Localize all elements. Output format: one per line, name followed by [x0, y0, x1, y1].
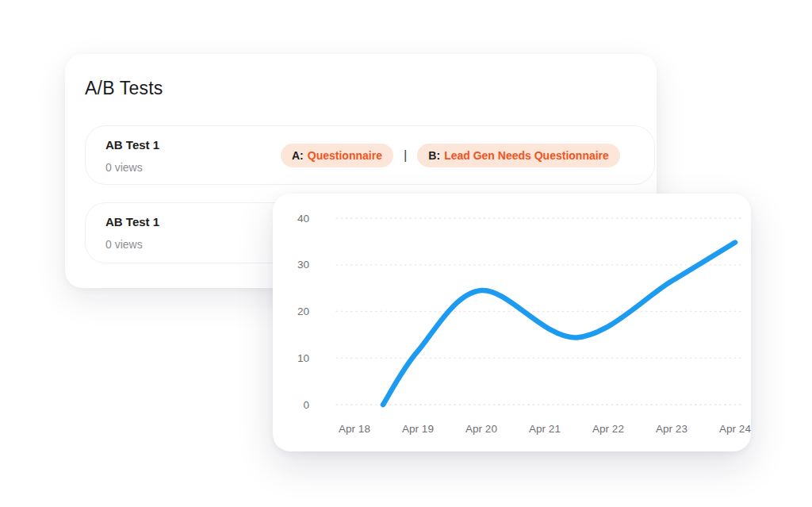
page-title: A/B Tests — [85, 78, 163, 99]
variant-divider: | — [404, 148, 407, 162]
views-line-chart: 010203040Apr 18Apr 19Apr 20Apr 21Apr 22A… — [273, 194, 751, 451]
x-tick-label: Apr 22 — [592, 423, 624, 435]
views-line-chart-svg: 010203040Apr 18Apr 19Apr 20Apr 21Apr 22A… — [273, 194, 751, 451]
ab-test-row[interactable]: AB Test 1 0 views A: Questionnaire | B: … — [85, 125, 655, 185]
variant-b-value: Lead Gen Needs Questionnaire — [444, 149, 609, 162]
variant-a-badge[interactable]: A: Questionnaire — [281, 144, 393, 167]
x-tick-label: Apr 21 — [529, 423, 561, 435]
x-tick-label: Apr 20 — [465, 423, 497, 435]
y-tick-label: 20 — [297, 305, 309, 317]
y-tick-label: 30 — [297, 259, 309, 271]
x-tick-label: Apr 18 — [339, 423, 370, 435]
variant-badges: A: Questionnaire | B: Lead Gen Needs Que… — [281, 144, 620, 167]
variant-a-value: Questionnaire — [308, 149, 382, 162]
x-tick-label: Apr 23 — [656, 423, 688, 435]
views-count: 0 views — [105, 161, 143, 174]
y-tick-label: 10 — [297, 352, 309, 364]
ab-test-name: AB Test 1 — [105, 215, 159, 229]
variant-b-badge[interactable]: B: Lead Gen Needs Questionnaire — [417, 144, 620, 167]
variant-a-key: A: — [292, 149, 304, 162]
x-tick-label: Apr 24 — [719, 423, 751, 435]
variant-b-key: B: — [428, 149, 440, 162]
chart-card: 010203040Apr 18Apr 19Apr 20Apr 21Apr 22A… — [273, 194, 751, 451]
page-background: A/B Tests AB Test 1 0 views A: Questionn… — [0, 0, 812, 507]
y-tick-label: 40 — [297, 213, 309, 225]
series-line — [383, 243, 735, 405]
y-tick-label: 0 — [303, 399, 309, 411]
x-tick-label: Apr 19 — [402, 423, 434, 435]
views-count: 0 views — [105, 238, 143, 251]
ab-test-name: AB Test 1 — [105, 138, 159, 152]
